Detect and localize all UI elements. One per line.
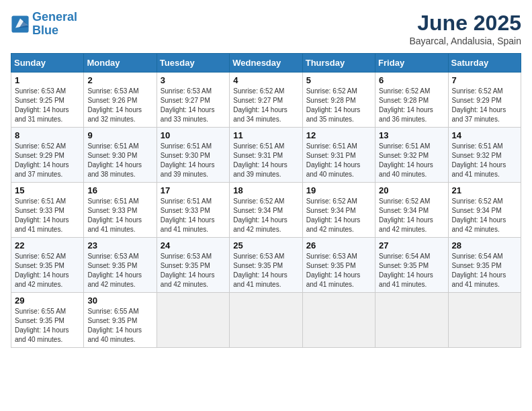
day-number: 7 [452, 75, 517, 85]
day-info: Sunrise: 6:52 AMSunset: 9:29 PMDaylight:… [15, 142, 80, 179]
calendar-cell: 25Sunrise: 6:53 AMSunset: 9:35 PMDayligh… [230, 238, 302, 293]
day-number: 8 [15, 130, 80, 140]
day-info: Sunrise: 6:51 AMSunset: 9:33 PMDaylight:… [161, 197, 226, 234]
day-info: Sunrise: 6:52 AMSunset: 9:34 PMDaylight:… [306, 197, 371, 234]
calendar-week-4: 22Sunrise: 6:52 AMSunset: 9:35 PMDayligh… [11, 238, 521, 293]
calendar-cell: 15Sunrise: 6:51 AMSunset: 9:33 PMDayligh… [11, 183, 84, 238]
logo-line2: Blue [32, 24, 58, 37]
calendar-cell [157, 293, 229, 348]
day-number: 9 [87, 130, 152, 140]
calendar-cell: 28Sunrise: 6:54 AMSunset: 9:35 PMDayligh… [448, 238, 521, 293]
calendar-cell: 27Sunrise: 6:54 AMSunset: 9:35 PMDayligh… [375, 238, 448, 293]
calendar-cell: 10Sunrise: 6:51 AMSunset: 9:30 PMDayligh… [157, 128, 229, 183]
calendar-week-2: 8Sunrise: 6:52 AMSunset: 9:29 PMDaylight… [11, 128, 521, 183]
day-number: 16 [87, 185, 152, 195]
calendar-cell: 22Sunrise: 6:52 AMSunset: 9:35 PMDayligh… [11, 238, 84, 293]
day-number: 26 [306, 240, 371, 250]
day-info: Sunrise: 6:52 AMSunset: 9:29 PMDaylight:… [452, 87, 517, 124]
day-number: 19 [306, 185, 371, 195]
day-number: 20 [379, 185, 444, 195]
day-number: 23 [87, 240, 152, 250]
calendar-cell: 17Sunrise: 6:51 AMSunset: 9:33 PMDayligh… [157, 183, 229, 238]
calendar-cell: 30Sunrise: 6:55 AMSunset: 9:35 PMDayligh… [84, 293, 157, 348]
calendar-cell: 13Sunrise: 6:51 AMSunset: 9:32 PMDayligh… [375, 128, 448, 183]
location-title: Bayarcal, Andalusia, Spain [409, 36, 521, 46]
calendar-cell [375, 293, 448, 348]
day-info: Sunrise: 6:55 AMSunset: 9:35 PMDaylight:… [15, 307, 80, 345]
day-info: Sunrise: 6:52 AMSunset: 9:35 PMDaylight:… [15, 252, 80, 289]
calendar-cell: 5Sunrise: 6:52 AMSunset: 9:28 PMDaylight… [302, 73, 375, 128]
header-monday: Monday [84, 54, 157, 73]
logo-line1: General [32, 10, 77, 24]
calendar-cell: 3Sunrise: 6:53 AMSunset: 9:27 PMDaylight… [157, 73, 229, 128]
day-info: Sunrise: 6:53 AMSunset: 9:27 PMDaylight:… [161, 87, 226, 124]
calendar-cell: 8Sunrise: 6:52 AMSunset: 9:29 PMDaylight… [11, 128, 84, 183]
header-tuesday: Tuesday [157, 54, 229, 73]
day-number: 18 [233, 185, 298, 195]
month-title: June 2025 [409, 11, 521, 36]
day-info: Sunrise: 6:51 AMSunset: 9:32 PMDaylight:… [379, 142, 444, 179]
page-header: General Blue June 2025 Bayarcal, Andalus… [11, 11, 521, 46]
calendar-cell: 14Sunrise: 6:51 AMSunset: 9:32 PMDayligh… [448, 128, 521, 183]
day-info: Sunrise: 6:53 AMSunset: 9:35 PMDaylight:… [87, 252, 152, 289]
title-area: June 2025 Bayarcal, Andalusia, Spain [409, 11, 521, 46]
calendar-cell: 12Sunrise: 6:51 AMSunset: 9:31 PMDayligh… [302, 128, 375, 183]
calendar-cell: 9Sunrise: 6:51 AMSunset: 9:30 PMDaylight… [84, 128, 157, 183]
calendar-cell: 23Sunrise: 6:53 AMSunset: 9:35 PMDayligh… [84, 238, 157, 293]
day-number: 6 [379, 75, 444, 85]
calendar-week-5: 29Sunrise: 6:55 AMSunset: 9:35 PMDayligh… [11, 293, 521, 348]
calendar-week-1: 1Sunrise: 6:53 AMSunset: 9:25 PMDaylight… [11, 73, 521, 128]
day-info: Sunrise: 6:52 AMSunset: 9:27 PMDaylight:… [233, 87, 298, 124]
day-info: Sunrise: 6:53 AMSunset: 9:26 PMDaylight:… [87, 87, 152, 124]
calendar-cell [302, 293, 375, 348]
day-info: Sunrise: 6:53 AMSunset: 9:35 PMDaylight:… [233, 252, 298, 289]
day-info: Sunrise: 6:52 AMSunset: 9:28 PMDaylight:… [306, 87, 371, 124]
day-info: Sunrise: 6:52 AMSunset: 9:34 PMDaylight:… [452, 197, 517, 234]
day-number: 24 [161, 240, 226, 250]
day-info: Sunrise: 6:51 AMSunset: 9:33 PMDaylight:… [87, 197, 152, 234]
calendar-cell: 1Sunrise: 6:53 AMSunset: 9:25 PMDaylight… [11, 73, 84, 128]
day-info: Sunrise: 6:54 AMSunset: 9:35 PMDaylight:… [379, 252, 444, 289]
day-number: 30 [87, 295, 152, 306]
header-sunday: Sunday [11, 54, 84, 73]
day-info: Sunrise: 6:53 AMSunset: 9:35 PMDaylight:… [161, 252, 226, 289]
header-friday: Friday [375, 54, 448, 73]
calendar-cell: 21Sunrise: 6:52 AMSunset: 9:34 PMDayligh… [448, 183, 521, 238]
header-thursday: Thursday [302, 54, 375, 73]
day-info: Sunrise: 6:53 AMSunset: 9:35 PMDaylight:… [306, 252, 371, 289]
calendar-cell: 24Sunrise: 6:53 AMSunset: 9:35 PMDayligh… [157, 238, 229, 293]
day-info: Sunrise: 6:51 AMSunset: 9:31 PMDaylight:… [306, 142, 371, 179]
day-number: 15 [15, 185, 80, 195]
calendar-cell: 20Sunrise: 6:52 AMSunset: 9:34 PMDayligh… [375, 183, 448, 238]
day-number: 1 [15, 75, 80, 85]
day-info: Sunrise: 6:51 AMSunset: 9:33 PMDaylight:… [15, 197, 80, 234]
day-number: 17 [161, 185, 226, 195]
day-number: 25 [233, 240, 298, 250]
day-number: 28 [452, 240, 517, 250]
day-info: Sunrise: 6:55 AMSunset: 9:35 PMDaylight:… [87, 307, 152, 345]
day-number: 11 [233, 130, 298, 140]
day-number: 3 [161, 75, 226, 85]
day-number: 22 [15, 240, 80, 250]
day-info: Sunrise: 6:54 AMSunset: 9:35 PMDaylight:… [452, 252, 517, 289]
calendar-cell [230, 293, 302, 348]
calendar-cell: 16Sunrise: 6:51 AMSunset: 9:33 PMDayligh… [84, 183, 157, 238]
calendar-cell: 29Sunrise: 6:55 AMSunset: 9:35 PMDayligh… [11, 293, 84, 348]
day-number: 5 [306, 75, 371, 85]
header-wednesday: Wednesday [230, 54, 302, 73]
day-info: Sunrise: 6:52 AMSunset: 9:34 PMDaylight:… [233, 197, 298, 234]
day-info: Sunrise: 6:53 AMSunset: 9:25 PMDaylight:… [15, 87, 80, 124]
calendar-cell: 18Sunrise: 6:52 AMSunset: 9:34 PMDayligh… [230, 183, 302, 238]
day-number: 10 [161, 130, 226, 140]
day-number: 27 [379, 240, 444, 250]
day-number: 2 [87, 75, 152, 85]
day-number: 21 [452, 185, 517, 195]
calendar-cell: 2Sunrise: 6:53 AMSunset: 9:26 PMDaylight… [84, 73, 157, 128]
calendar-table: SundayMondayTuesdayWednesdayThursdayFrid… [11, 53, 521, 348]
day-info: Sunrise: 6:52 AMSunset: 9:34 PMDaylight:… [379, 197, 444, 234]
calendar-header-row: SundayMondayTuesdayWednesdayThursdayFrid… [11, 54, 521, 73]
day-info: Sunrise: 6:51 AMSunset: 9:32 PMDaylight:… [452, 142, 517, 179]
calendar-cell [448, 293, 521, 348]
day-info: Sunrise: 6:51 AMSunset: 9:30 PMDaylight:… [161, 142, 226, 179]
calendar-cell: 19Sunrise: 6:52 AMSunset: 9:34 PMDayligh… [302, 183, 375, 238]
